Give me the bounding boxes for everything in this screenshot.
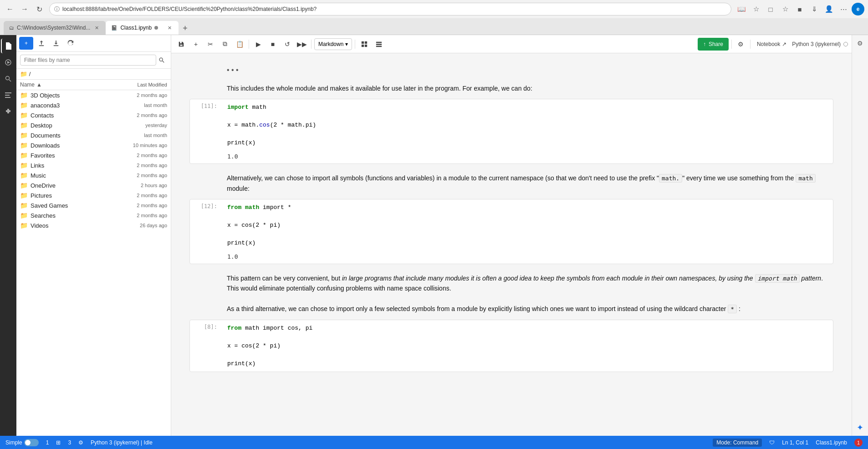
run-all-button[interactable]: ▶▶: [296, 38, 308, 51]
tab-close-2[interactable]: ✕: [166, 24, 173, 31]
file-name-label: Saved Games: [31, 202, 112, 209]
mode-text: Mode: Command: [716, 439, 758, 446]
cell-input-8: [8]: from math import cos, pi x = cos(2 …: [190, 320, 833, 372]
file-name-label: Pictures: [31, 192, 112, 199]
markdown-cell-2[interactable]: Alternatively, we can chose to import al…: [189, 168, 833, 199]
svg-line-3: [9, 80, 11, 82]
svg-marker-1: [7, 61, 10, 64]
activity-files-icon[interactable]: [1, 39, 15, 53]
search-submit-button[interactable]: [156, 55, 167, 66]
share-button[interactable]: ↑ Share: [698, 38, 729, 51]
list-item[interactable]: 📁 Pictures 2 months ago: [16, 190, 171, 200]
refresh-button[interactable]: ↻: [33, 3, 46, 15]
file-date-label: 2 months ago: [112, 203, 167, 208]
tab-close-1[interactable]: ✕: [93, 24, 100, 31]
list-item[interactable]: 📁 anaconda3 last month: [16, 100, 171, 110]
activity-search-icon[interactable]: [1, 71, 15, 86]
list-icon-button[interactable]: [373, 38, 385, 51]
file-date-label: 2 months ago: [112, 153, 167, 158]
svg-line-8: [163, 61, 164, 63]
file-date-label: 2 months ago: [112, 173, 167, 178]
list-item[interactable]: 📁 Documents last month: [16, 130, 171, 140]
plus-icon: +: [25, 40, 28, 46]
code-cell-8[interactable]: [8]: from math import cos, pi x = cos(2 …: [189, 320, 833, 372]
list-item[interactable]: 📁 OneDrive 2 hours ago: [16, 180, 171, 190]
code-cell-12[interactable]: [12]: from math import * x = cos(2 * pi)…: [189, 199, 833, 264]
activity-extension-icon[interactable]: [1, 104, 15, 119]
folder-icon: 📁: [20, 92, 28, 99]
stop-kernel-button[interactable]: ■: [266, 38, 279, 51]
svg-rect-10: [365, 41, 367, 43]
activity-running-icon[interactable]: [1, 55, 15, 70]
back-button[interactable]: ←: [4, 3, 16, 15]
settings-icon-button[interactable]: ⚙: [735, 38, 747, 51]
restart-kernel-button[interactable]: ↺: [281, 38, 294, 51]
list-item[interactable]: 📁 Downloads 10 minutes ago: [16, 140, 171, 150]
reader-view-button[interactable]: 📖: [735, 3, 748, 15]
activity-table-icon[interactable]: [1, 88, 15, 102]
continuation-dots: • • •: [189, 62, 833, 78]
list-item[interactable]: 📁 3D Objects 2 months ago: [16, 90, 171, 100]
cell-output-12: 1.0: [190, 251, 833, 264]
settings-icon[interactable]: ⚙: [854, 37, 867, 50]
svg-rect-9: [362, 41, 364, 43]
collections-button[interactable]: ■: [793, 3, 806, 15]
name-column-header[interactable]: Name ▲: [20, 82, 112, 88]
tab-system32[interactable]: 🗂 C:\Windows\System32\Wind... ✕: [4, 21, 106, 35]
notebook-content[interactable]: • • • This includes the whole module and…: [171, 53, 852, 436]
svg-point-2: [6, 77, 10, 80]
ai-sparkle-icon[interactable]: ✦: [854, 421, 867, 434]
forward-button[interactable]: →: [18, 3, 31, 15]
paste-cell-button[interactable]: 📋: [233, 38, 246, 51]
bookmark-button[interactable]: ☆: [750, 3, 762, 15]
status-right: Mode: Command 🛡 Ln 1, Col 1 Class1.ipynb…: [713, 439, 863, 447]
folder-icon: 📁: [20, 182, 28, 189]
list-item[interactable]: 📁 Links 2 months ago: [16, 160, 171, 170]
address-bar[interactable]: ⓘ localhost:8888/lab/tree/OneDrive/FOLDE…: [49, 3, 731, 15]
cell-output-11: 1.0: [190, 151, 833, 163]
code-cell-11[interactable]: [11]: import math x = math.cos(2 * math.…: [189, 99, 833, 164]
svg-rect-4: [5, 92, 11, 93]
sort-asc-icon: ▲: [36, 82, 42, 88]
date-column-header: Last Modified: [112, 82, 167, 87]
new-tab-button[interactable]: +: [179, 22, 191, 35]
simple-mode-toggle[interactable]: Simple: [5, 439, 39, 446]
add-cell-button[interactable]: +: [189, 38, 202, 51]
tab-label-2: Class1.ipynb: [120, 25, 152, 31]
refresh-files-button[interactable]: [64, 37, 77, 50]
split-view-button[interactable]: □: [764, 3, 777, 15]
list-item[interactable]: 📁 Favorites 2 months ago: [16, 150, 171, 160]
download-files-button[interactable]: [50, 37, 62, 50]
save-notebook-button[interactable]: [175, 38, 188, 51]
list-item[interactable]: 📁 Searches 2 months ago: [16, 210, 171, 220]
markdown-text-3b: As a third alternative, we can chose to …: [227, 304, 824, 314]
toggle-switch-control[interactable]: [24, 439, 39, 446]
list-item[interactable]: 📁 Videos 26 days ago: [16, 220, 171, 230]
kernel-indicator: Python 3 (ipykernel): [792, 41, 848, 47]
markdown-cell-3[interactable]: This pattern can be very convenient, but…: [189, 268, 833, 320]
cells-icon-button[interactable]: [358, 38, 371, 51]
favorites-button[interactable]: ☆: [779, 3, 791, 15]
cut-cell-button[interactable]: ✂: [204, 38, 217, 51]
search-input[interactable]: [20, 55, 156, 66]
list-item[interactable]: 📁 Contacts 2 months ago: [16, 110, 171, 120]
list-item[interactable]: 📁 Saved Games 2 months ago: [16, 200, 171, 210]
tab-notebook[interactable]: 📓 Class1.ipynb ✕: [106, 21, 179, 35]
markdown-cell-1[interactable]: This includes the whole module and makes…: [189, 78, 833, 99]
file-date-label: last month: [112, 102, 167, 108]
run-cell-button[interactable]: ▶: [252, 38, 265, 51]
profile-button[interactable]: 👤: [822, 3, 835, 15]
more-button[interactable]: ⋯: [837, 3, 850, 15]
file-browser-panel: + 📁 / Name ▲: [16, 35, 171, 436]
list-item[interactable]: 📁 Music 2 months ago: [16, 170, 171, 180]
file-date-label: 2 months ago: [112, 213, 167, 218]
copy-cell-button[interactable]: ⧉: [219, 38, 231, 51]
notebook-button[interactable]: Notebook ↗: [753, 40, 790, 48]
list-item[interactable]: 📁 Desktop yesterday: [16, 120, 171, 130]
upload-button[interactable]: [35, 37, 48, 50]
tab-favicon-1: 🗂: [9, 25, 14, 31]
cell-type-dropdown[interactable]: Markdown ▾: [314, 38, 352, 50]
download-button[interactable]: ⇓: [808, 3, 821, 15]
cell-prompt-11: [11]:: [190, 99, 222, 151]
new-item-button[interactable]: +: [19, 37, 33, 50]
